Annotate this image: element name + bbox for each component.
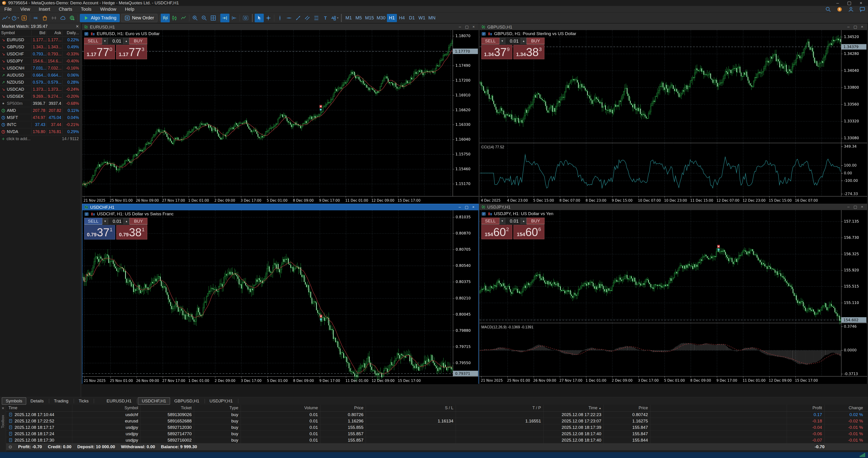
app-minimize-button[interactable]: –: [832, 0, 843, 6]
shapes-tool-icon[interactable]: ▾: [330, 14, 339, 22]
positions-column-4[interactable]: Volume: [241, 405, 320, 411]
market-watch-row-usdchf[interactable]: ↘USDCHF0.793...0.793...-0.33%: [0, 51, 81, 58]
market-watch-row-nzdusd[interactable]: ↗NZDUSD0.579...0.579...0.28%: [0, 79, 81, 86]
buy-button[interactable]: BUY: [129, 218, 148, 225]
window-maximize-button[interactable]: ▢: [852, 205, 859, 209]
object-list-icon[interactable]: [84, 31, 89, 36]
market-watch-row-msft[interactable]: MSFT474.97475.040.04%: [0, 114, 81, 121]
app-maximize-button[interactable]: ▢: [844, 0, 855, 6]
sell-price[interactable]: 1.34379: [481, 45, 512, 59]
market-watch-row-usdjpy[interactable]: ↘USDJPY154.6...154.6...-0.40%: [0, 58, 81, 65]
positions-column-12[interactable]: Change: [824, 405, 865, 411]
position-row-4[interactable]: 2025.12.08 18:17:30usdjpy5892716002buy0.…: [6, 437, 868, 443]
volume-down-icon[interactable]: ▼: [500, 218, 505, 224]
toolbox-close-icon[interactable]: ×: [2, 405, 4, 412]
positions-column-6[interactable]: S / L: [366, 405, 456, 411]
buy-price[interactable]: 154606: [514, 225, 545, 239]
window-minimize-button[interactable]: ‒: [845, 205, 852, 209]
positions-column-11[interactable]: Profit: [787, 405, 824, 411]
buy-button[interactable]: BUY: [527, 37, 545, 45]
market-watch-column-0[interactable]: Symbol: [0, 31, 31, 35]
volume-down-icon[interactable]: ▼: [102, 38, 108, 44]
market-watch-add-row[interactable]: + click to add... 14 / 9112: [0, 135, 81, 142]
positions-column-10[interactable]: [650, 405, 787, 411]
algo-trading-button[interactable]: Algo Trading: [80, 14, 120, 22]
market-watch-row-usdsek[interactable]: ↘USDSEK9.269...9.274...-0.20%: [0, 93, 81, 100]
depth-of-market-icon[interactable]: [90, 31, 95, 36]
sell-button[interactable]: SELL: [84, 218, 102, 225]
buy-price[interactable]: 1.34383: [514, 45, 545, 59]
positions-column-8[interactable]: Time▲: [543, 405, 603, 411]
horizontal-line-tool-icon[interactable]: [284, 14, 293, 22]
chart-window-eurusd-h1[interactable]: EURUSD,H1‒▢×EURUSD, H1: Euro vs US Dolla…: [82, 24, 479, 204]
window-minimize-button[interactable]: ‒: [457, 25, 463, 29]
volume-up-icon[interactable]: ▲: [123, 38, 129, 44]
positions-column-3[interactable]: Type: [194, 405, 241, 411]
app-close-button[interactable]: ×: [856, 0, 866, 6]
window-maximize-button[interactable]: ▢: [852, 25, 859, 29]
tile-windows-icon[interactable]: [209, 14, 218, 22]
signals-icon[interactable]: [50, 14, 59, 22]
positions-column-1[interactable]: Symbol: [72, 405, 141, 411]
market-watch-column-1[interactable]: Bid: [31, 31, 46, 35]
market-watch-row-usdcad[interactable]: ↘USDCAD1.373...1.373...-0.24%: [0, 86, 81, 93]
chart-tab-usdjpy-h1[interactable]: USDJPY,H1: [206, 397, 237, 405]
sell-price[interactable]: 0.79371: [84, 225, 115, 239]
volume-value[interactable]: 0.01: [108, 38, 123, 44]
menu-item-charts[interactable]: Charts: [54, 6, 76, 12]
window-minimize-button[interactable]: ‒: [845, 25, 852, 29]
position-row-2[interactable]: 2025.12.08 18:17:17usdjpy5892712030buy0.…: [6, 424, 868, 431]
market-watch-close-icon[interactable]: ×: [76, 24, 79, 29]
crosshair-tool-icon[interactable]: [264, 14, 273, 22]
menu-item-insert[interactable]: Insert: [34, 6, 54, 12]
chart-window-title-bar[interactable]: USDCHF,H1‒▢×: [82, 204, 478, 210]
toolbox-tab-trading[interactable]: Trading: [50, 397, 72, 405]
chart-window-usdchf-h1[interactable]: USDCHF,H1‒▢×USDCHF, H1: US Dollar vs Swi…: [82, 204, 479, 384]
mql5-community-icon[interactable]: 5: [837, 6, 842, 12]
chart-window-usdjpy-h1[interactable]: USDJPY,H1‒▢×USDJPY, H1: US Dollar vs Yen…: [479, 204, 867, 384]
line-mode-icon[interactable]: [179, 14, 188, 22]
menu-item-window[interactable]: Window: [96, 6, 121, 12]
cursor-tool-icon[interactable]: [255, 14, 264, 22]
market-store-icon[interactable]: [40, 14, 50, 22]
shift-end-icon[interactable]: [220, 14, 229, 22]
toolbox-tab-symbols[interactable]: Symbols: [2, 397, 26, 405]
timeframe-w1[interactable]: W1: [417, 14, 427, 22]
metaeditor-ide-icon[interactable]: IDE: [31, 14, 40, 22]
chat-icon[interactable]: [859, 6, 865, 12]
chart-window-title-bar[interactable]: EURUSD,H1‒▢×: [82, 24, 478, 30]
market-watch-toggle-icon[interactable]: $: [20, 14, 29, 22]
community-globe-icon[interactable]: [68, 14, 77, 22]
user-icon[interactable]: [848, 6, 854, 12]
positions-column-2[interactable]: Ticket: [141, 405, 194, 411]
sell-price[interactable]: 1.17770: [84, 45, 115, 59]
vertical-line-tool-icon[interactable]: [275, 14, 284, 22]
object-list-icon[interactable]: [481, 31, 486, 36]
market-watch-row-amd[interactable]: AMD207.78207.820.11%: [0, 107, 81, 114]
sell-button[interactable]: SELL: [84, 37, 102, 45]
market-watch-row-intc[interactable]: INTC37.4337.44-0.21%: [0, 121, 81, 128]
menu-item-view[interactable]: View: [16, 6, 34, 12]
market-watch-row-audusd[interactable]: ↗AUDUSD0.664...0.664...0.06%: [0, 72, 81, 79]
sell-button[interactable]: SELL: [481, 37, 499, 45]
fibonacci-tool-icon[interactable]: [312, 14, 321, 22]
collapse-icon[interactable]: ⊖: [8, 444, 12, 450]
timeframe-h1[interactable]: H1: [387, 14, 397, 22]
profiles-icon[interactable]: ▾: [10, 14, 20, 22]
market-watch-row-sp500m[interactable]: ●SP500m3936.73937.4-0.68%: [0, 100, 81, 107]
chart-tab-usdchf-h1[interactable]: USDCHF,H1: [138, 397, 170, 405]
volume-value[interactable]: 0.01: [108, 218, 124, 224]
sell-button[interactable]: SELL: [481, 218, 499, 224]
new-order-button[interactable]: New Order: [121, 14, 157, 22]
chart-tab-eurusd-h1[interactable]: EURUSD,H1: [103, 397, 135, 405]
window-close-button[interactable]: ×: [859, 205, 866, 209]
zoom-out-icon[interactable]: [199, 14, 209, 22]
window-maximize-button[interactable]: ▢: [463, 25, 470, 29]
volume-value[interactable]: 0.01: [505, 218, 521, 224]
market-watch-row-nvda[interactable]: NVDA176.80176.810.29%: [0, 128, 81, 135]
positions-column-0[interactable]: Time: [6, 405, 72, 411]
depth-of-market-icon[interactable]: [488, 211, 493, 216]
market-watch-column-3[interactable]: Daily...: [62, 31, 80, 35]
screenshot-camera-icon[interactable]: [241, 14, 250, 22]
buy-button[interactable]: BUY: [129, 37, 147, 45]
